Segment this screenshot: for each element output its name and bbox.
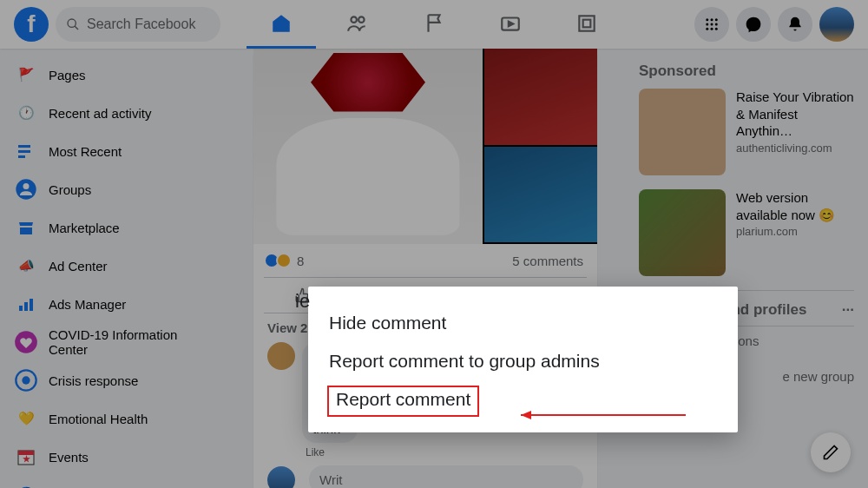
svg-marker-34: [521, 411, 531, 419]
annotation-arrow: [503, 406, 694, 424]
report-to-admins-option[interactable]: Report comment to group admins: [308, 342, 738, 380]
hide-comment-option[interactable]: Hide comment: [308, 304, 738, 342]
report-comment-option[interactable]: Report comment: [327, 386, 479, 417]
truncated-text: ie: [295, 290, 310, 313]
